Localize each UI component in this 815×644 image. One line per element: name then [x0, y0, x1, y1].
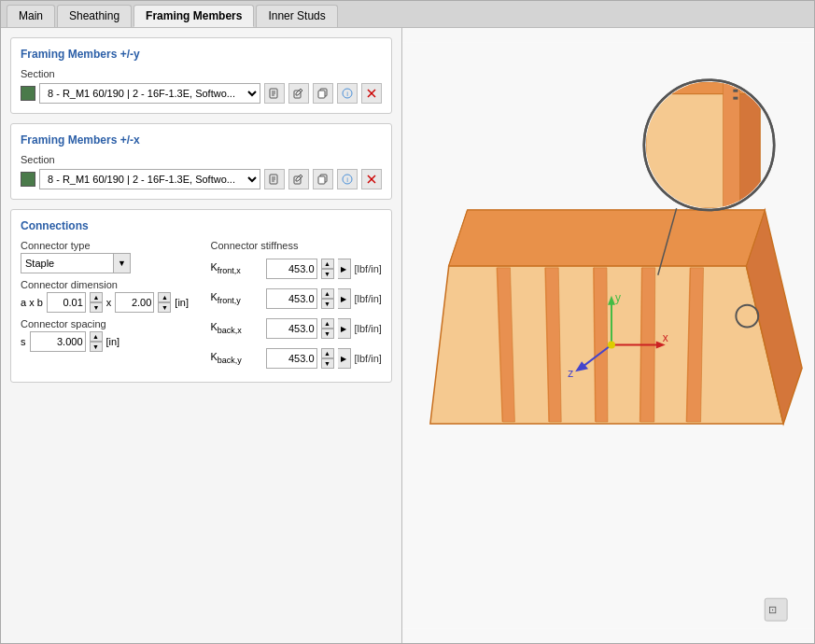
kfrontx-row: Kfront,x ▲ ▼ ▶ [lbf/in]	[211, 259, 383, 279]
framing-y-info-icon[interactable]: i	[337, 83, 358, 104]
tabs-bar: Main Sheathing Framing Members Inner Stu…	[1, 1, 814, 28]
kfronty-arrow[interactable]: ▶	[338, 288, 351, 309]
svg-text:z: z	[568, 367, 573, 380]
kbacky-input[interactable]	[266, 348, 317, 369]
kbacky-arrow[interactable]: ▶	[338, 348, 351, 369]
kfrontx-arrow[interactable]: ▶	[338, 259, 351, 279]
kbacky-label: Kback,y	[211, 351, 262, 365]
kbackx-row: Kback,x ▲ ▼ ▶ [lbf/in]	[211, 318, 383, 339]
dim-unit: [in]	[175, 297, 189, 308]
connector-dimension-row: a x b ▲ ▼ x ▲ ▼	[21, 292, 192, 313]
connector-type-arrow[interactable]: ▼	[114, 253, 131, 273]
framing-x-book-icon[interactable]	[264, 169, 285, 189]
svg-text:x: x	[663, 331, 668, 344]
connector-spacing-section: Connector spacing s ▲ ▼ [in]	[21, 318, 192, 352]
connector-type-section: Connector type ▼	[21, 240, 192, 273]
kfrontx-input[interactable]	[266, 259, 317, 279]
form-right: Connector stiffness Kfront,x ▲ ▼ ▶ [lbf/…	[211, 240, 383, 372]
framing-y-copy-icon[interactable]	[313, 83, 333, 104]
dim-a-up[interactable]: ▲	[90, 292, 103, 302]
spacing-s-label: s	[21, 336, 26, 347]
connector-spacing-row: s ▲ ▼ [in]	[21, 331, 192, 352]
framing-y-section-row: 8 - R_M1 60/190 | 2 - 16F-1.3E, Softwo..…	[21, 83, 382, 104]
svg-text:i: i	[346, 90, 348, 98]
dim-b-input[interactable]	[115, 292, 154, 313]
connections-title: Connections	[21, 219, 382, 232]
connector-type-combo: ▼	[21, 253, 192, 273]
framing-x-edit-icon[interactable]	[288, 169, 309, 189]
dim-x-label: x	[106, 297, 112, 308]
svg-rect-53	[733, 90, 738, 92]
svg-rect-17	[318, 176, 325, 184]
kbacky-down[interactable]: ▼	[321, 358, 334, 369]
framing-x-section-row: 8 - R_M1 60/190 | 2 - 16F-1.3E, Softwo..…	[21, 169, 382, 189]
spacing-down[interactable]: ▼	[90, 342, 103, 352]
kbackx-input[interactable]	[266, 318, 317, 339]
kbacky-spinner: ▲ ▼	[321, 348, 334, 369]
dim-b-down[interactable]: ▼	[158, 302, 171, 313]
form-left: Connector type ▼ Connector dimension a x…	[21, 240, 192, 372]
framing-y-book-icon[interactable]	[264, 83, 285, 104]
connector-type-label: Connector type	[21, 240, 192, 251]
left-panel: Framing Members +/-y Section 8 - R_M1 60…	[1, 28, 402, 643]
connections-box: Connections Connector type ▼ Connector	[10, 209, 392, 383]
kbacky-row: Kback,y ▲ ▼ ▶ [lbf/in]	[211, 348, 383, 369]
kbackx-unit: [lbf/in]	[355, 323, 382, 334]
kfronty-spinner: ▲ ▼	[321, 288, 334, 309]
kfronty-unit: [lbf/in]	[355, 293, 382, 304]
kfronty-input[interactable]	[266, 288, 317, 309]
dim-a-down[interactable]: ▼	[90, 302, 103, 313]
kbacky-unit: [lbf/in]	[355, 353, 382, 364]
spacing-input[interactable]	[30, 331, 86, 352]
kfronty-row: Kfront,y ▲ ▼ ▶ [lbf/in]	[211, 288, 383, 309]
dim-a-label: a x b	[21, 297, 43, 308]
dim-b-spinner: ▲ ▼	[158, 292, 171, 313]
dim-a-spinner: ▲ ▼	[90, 292, 103, 313]
framing-y-delete-icon[interactable]	[361, 83, 382, 104]
kfrontx-spinner: ▲ ▼	[321, 259, 334, 279]
kbacky-up[interactable]: ▲	[321, 348, 334, 358]
kfronty-up[interactable]: ▲	[321, 288, 334, 299]
framing-y-edit-icon[interactable]	[288, 83, 309, 104]
diagram-svg: y x z	[402, 28, 814, 643]
framing-x-info-icon[interactable]: i	[337, 169, 358, 189]
right-panel: y x z	[402, 28, 814, 643]
kbackx-down[interactable]: ▼	[321, 329, 334, 339]
framing-x-copy-icon[interactable]	[313, 169, 333, 189]
framing-x-title: Framing Members +/-x	[21, 133, 382, 147]
tab-inner-studs[interactable]: Inner Studs	[256, 5, 337, 27]
connector-type-input[interactable]	[21, 253, 114, 273]
kfronty-down[interactable]: ▼	[321, 299, 334, 309]
kfrontx-unit: [lbf/in]	[355, 263, 382, 274]
content-area: Framing Members +/-y Section 8 - R_M1 60…	[1, 28, 814, 643]
connector-spacing-label: Connector spacing	[21, 318, 192, 329]
spacing-up[interactable]: ▲	[90, 331, 103, 342]
svg-text:i: i	[346, 175, 348, 184]
framing-x-dropdown[interactable]: 8 - R_M1 60/190 | 2 - 16F-1.3E, Softwo..…	[39, 169, 260, 189]
kbackx-spinner: ▲ ▼	[321, 318, 334, 339]
kbackx-arrow[interactable]: ▶	[338, 318, 351, 339]
connections-form: Connector type ▼ Connector dimension a x…	[21, 240, 382, 372]
framing-x-box: Framing Members +/-x Section 8 - R_M1 60…	[10, 123, 392, 200]
framing-x-delete-icon[interactable]	[361, 169, 382, 189]
kfronty-label: Kfront,y	[211, 291, 262, 305]
framing-y-dropdown[interactable]: 8 - R_M1 60/190 | 2 - 16F-1.3E, Softwo..…	[39, 83, 260, 104]
connector-dimension-label: Connector dimension	[21, 279, 192, 290]
tab-framing-members[interactable]: Framing Members	[133, 5, 254, 27]
kfrontx-up[interactable]: ▲	[321, 259, 334, 269]
kfrontx-label: Kfront,x	[211, 261, 262, 275]
dim-b-up[interactable]: ▲	[158, 292, 171, 302]
svg-rect-52	[723, 82, 739, 208]
kbackx-up[interactable]: ▲	[321, 318, 334, 329]
svg-text:y: y	[615, 291, 621, 304]
svg-rect-6	[318, 91, 325, 98]
diagram-area: y x z	[402, 28, 814, 643]
svg-rect-54	[733, 97, 738, 100]
framing-y-box: Framing Members +/-y Section 8 - R_M1 60…	[10, 37, 392, 114]
dim-a-input[interactable]	[47, 292, 86, 313]
tab-sheathing[interactable]: Sheathing	[57, 5, 132, 27]
tab-main[interactable]: Main	[7, 5, 55, 27]
kfrontx-down[interactable]: ▼	[321, 269, 334, 279]
spacing-spinner: ▲ ▼	[90, 331, 103, 352]
svg-marker-33	[594, 268, 608, 422]
